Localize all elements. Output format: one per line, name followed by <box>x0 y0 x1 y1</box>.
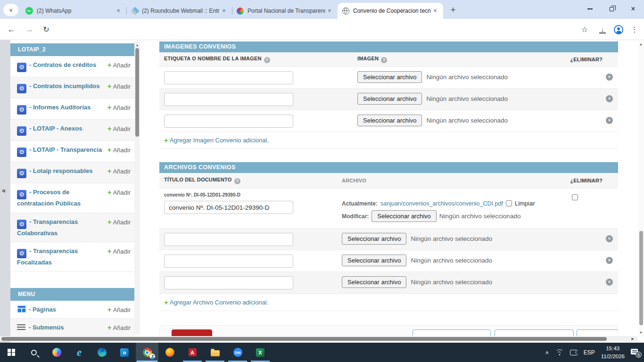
document-title-input[interactable] <box>164 201 293 214</box>
image-label-input[interactable] <box>164 71 293 84</box>
select-file-button[interactable]: Seleccionar archivo <box>357 71 422 83</box>
add-link[interactable]: +Añadir <box>107 146 131 154</box>
sidebar-item-transparencias-focalizadas[interactable]: ⚙- Transparencias Focalizadas +Añadir <box>10 242 134 272</box>
select-file-button[interactable]: Seleccionar archivo <box>342 276 406 288</box>
add-link[interactable]: +Añadir <box>107 103 131 111</box>
select-file-button[interactable]: Seleccionar archivo <box>357 93 422 105</box>
tab-roundcube[interactable]: (2) Roundcube Webmail :: Entra × <box>126 3 232 19</box>
back-button[interactable]: ← <box>5 23 18 36</box>
image-label-input[interactable] <box>164 115 293 128</box>
sidebar-item-submenus[interactable]: - Submenús +Añadir <box>10 319 134 337</box>
scroll-up-icon[interactable]: ▲ <box>638 41 644 46</box>
document-title-input[interactable] <box>164 276 293 289</box>
taskbar-file-explorer-button[interactable] <box>204 343 226 362</box>
browser-menu-icon[interactable]: ⋮ <box>628 23 641 36</box>
add-link[interactable]: +Añadir <box>107 305 131 313</box>
vertical-scrollbar[interactable]: ▲ ▼ <box>638 41 644 336</box>
vertical-scrollbar-thumb[interactable] <box>639 231 643 325</box>
add-link[interactable]: +Añadir <box>107 247 131 255</box>
clock[interactable]: 15:43 11/2/2026 <box>601 345 625 360</box>
delete-row-icon[interactable]: × <box>606 74 613 81</box>
delete-row-icon[interactable]: × <box>606 279 613 286</box>
taskbar-copilot-button[interactable] <box>45 343 68 362</box>
document-title-input[interactable] <box>164 233 293 246</box>
sidebar-item-lotaip-anexos[interactable]: ⚙- LOTAIP - Anexos +Añadir <box>10 120 134 141</box>
save-continue-button[interactable] <box>495 329 574 336</box>
scroll-down-icon[interactable]: ▼ <box>638 331 644 334</box>
horizontal-scrollbar-thumb[interactable] <box>1 337 607 341</box>
taskbar-outlook-button[interactable]: o <box>113 343 136 362</box>
current-file-link[interactable]: sanjuan/convenios_archivos/convenio_CDI.… <box>380 200 503 207</box>
language-indicator[interactable]: ESP <box>584 349 595 356</box>
taskbar-search-button[interactable] <box>23 343 45 362</box>
taskbar-ie-button[interactable]: e <box>68 343 91 362</box>
add-file-link[interactable]: Agregar Archivo Convenio adicional. <box>170 299 269 306</box>
taskbar-excel-button[interactable]: X <box>249 343 272 362</box>
scroll-right-icon[interactable]: ▶ <box>632 337 634 341</box>
tab-portal-transparencia[interactable]: Portal Nacional de Transparenc × <box>232 3 338 19</box>
sidebar-item-informes-auditorias[interactable]: ⚙- Informes Auditorías +Añadir <box>10 99 134 120</box>
sidebar-item-contratos-incumplidos[interactable]: ⚙- Contratos incumplidos +Añadir <box>10 77 134 99</box>
taskbar-edge-button[interactable] <box>91 343 113 362</box>
save-add-another-button[interactable] <box>413 329 491 336</box>
add-link[interactable]: +Añadir <box>107 167 131 175</box>
window-maximize-button[interactable] <box>601 0 622 18</box>
sidebar-item-lotaip-transparencia[interactable]: ⚙- LOTAIP - Transparencia +Añadir <box>10 141 134 162</box>
tab-close-icon[interactable]: × <box>431 7 439 15</box>
delete-row-icon[interactable]: × <box>606 117 613 124</box>
taskbar-zoom-button[interactable]: zm <box>226 343 249 362</box>
add-link[interactable]: +Añadir <box>107 124 131 132</box>
select-file-button[interactable]: Seleccionar archivo <box>357 115 422 126</box>
add-link[interactable]: +Añadir <box>107 323 131 331</box>
sidebar-item-procesos-contratacion[interactable]: ⚙- Procesos de contratación Públicas +Añ… <box>10 183 134 213</box>
delete-row-icon[interactable]: × <box>606 235 613 242</box>
sidebar-item-lotaip-responsables[interactable]: ⚙- Lotaip responsables +Añadir <box>10 162 134 183</box>
tray-expand-icon[interactable]: ∧ <box>545 350 549 355</box>
tab-close-icon[interactable]: × <box>114 7 123 15</box>
display-icon[interactable] <box>570 350 578 355</box>
scroll-up-icon[interactable]: ▲ <box>134 41 140 47</box>
refresh-button[interactable]: ↻ <box>40 23 53 36</box>
taskbar-chrome-button[interactable] <box>136 343 158 362</box>
start-button[interactable] <box>0 343 23 362</box>
new-tab-button[interactable]: + <box>447 4 459 16</box>
image-label-input[interactable] <box>164 93 293 106</box>
delete-button[interactable] <box>172 329 212 336</box>
tab-close-icon[interactable]: × <box>220 7 228 15</box>
taskbar-acrobat-button[interactable]: A <box>181 343 204 362</box>
delete-checkbox[interactable] <box>572 194 578 200</box>
save-button[interactable] <box>577 329 618 336</box>
select-file-button[interactable]: Seleccionar archivo <box>372 210 436 222</box>
select-file-button[interactable]: Seleccionar archivo <box>342 255 406 266</box>
notifications-icon[interactable]: 5 <box>631 348 640 357</box>
downloads-icon[interactable]: ↓ <box>596 23 609 36</box>
forward-button[interactable]: → <box>23 23 36 36</box>
add-link[interactable]: +Añadir <box>107 61 131 69</box>
add-link[interactable]: +Añadir <box>107 218 131 226</box>
window-close-button[interactable]: × <box>622 0 644 18</box>
tab-list-chevron-button[interactable]: ∨ <box>3 4 18 16</box>
delete-row-icon[interactable]: × <box>606 257 613 264</box>
delete-row-icon[interactable]: × <box>606 95 613 102</box>
taskbar-firefox-button[interactable] <box>158 343 181 362</box>
profile-avatar-icon[interactable] <box>614 25 623 34</box>
add-link[interactable]: +Añadir <box>107 188 131 196</box>
bookmark-star-icon[interactable]: ☆ <box>578 23 591 36</box>
tab-whatsapp[interactable]: (2) WhatsApp × <box>21 3 126 19</box>
horizontal-scrollbar[interactable]: ▶ <box>0 336 638 341</box>
sidebar-item-contratos-creditos[interactable]: ⚙- Contratos de créditos +Añadir <box>10 56 134 77</box>
select-file-button[interactable]: Seleccionar archivo <box>342 233 406 245</box>
sidebar-scrollbar-thumb[interactable] <box>135 48 139 137</box>
window-minimize-button[interactable] <box>579 0 601 18</box>
tab-close-icon[interactable]: × <box>325 7 334 15</box>
sidebar-item-paginas[interactable]: - Páginas +Añadir <box>10 301 134 319</box>
add-link[interactable]: +Añadir <box>107 82 131 90</box>
sidebar-scrollbar[interactable]: ▲ <box>134 41 140 335</box>
document-title-input[interactable] <box>164 255 293 268</box>
add-image-link[interactable]: Agregar Imagen Convenio adicional. <box>170 137 269 144</box>
wifi-icon[interactable] <box>555 349 564 355</box>
sidebar-item-transparencias-colaborativas[interactable]: ⚙- Transparencias Colaborativas +Añadir <box>10 213 134 243</box>
sidebar-collapse-icon[interactable]: « <box>2 186 6 194</box>
tab-convenio-active[interactable]: Convenio de Cooperacion tecni × <box>338 3 443 19</box>
clear-checkbox[interactable] <box>506 200 512 206</box>
